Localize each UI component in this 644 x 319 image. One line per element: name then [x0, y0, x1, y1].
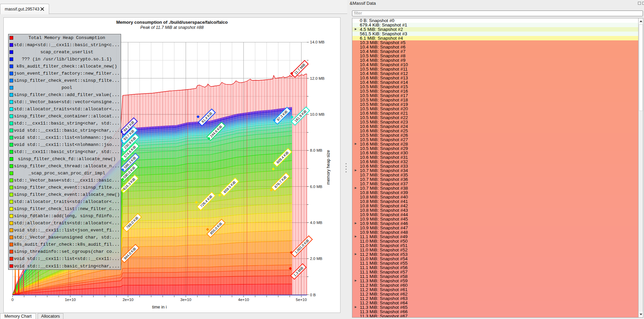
svg-text:161.9 KiB: 161.9 KiB	[293, 109, 307, 123]
svg-text:659.5 KiB: 659.5 KiB	[222, 180, 236, 194]
svg-text:944.0 KiB: 944.0 KiB	[123, 246, 137, 260]
svg-text:1,001.0 KiB: 1,001.0 KiB	[294, 238, 310, 254]
svg-text:789.0 KiB: 789.0 KiB	[125, 215, 139, 229]
svg-text:855.0 KiB: 855.0 KiB	[209, 221, 223, 235]
svg-text:97.3 KiB: 97.3 KiB	[276, 109, 288, 122]
svg-text:676.7 KiB: 676.7 KiB	[273, 175, 287, 189]
svg-text:609.4 KiB: 609.4 KiB	[275, 150, 289, 164]
svg-text:61.4 KiB: 61.4 KiB	[200, 111, 213, 124]
svg-text:244.6 KiB: 244.6 KiB	[209, 124, 223, 138]
svg-text:726.4 KiB: 726.4 KiB	[199, 194, 213, 208]
svg-text:11.7 MiB: 11.7 MiB	[293, 62, 306, 75]
